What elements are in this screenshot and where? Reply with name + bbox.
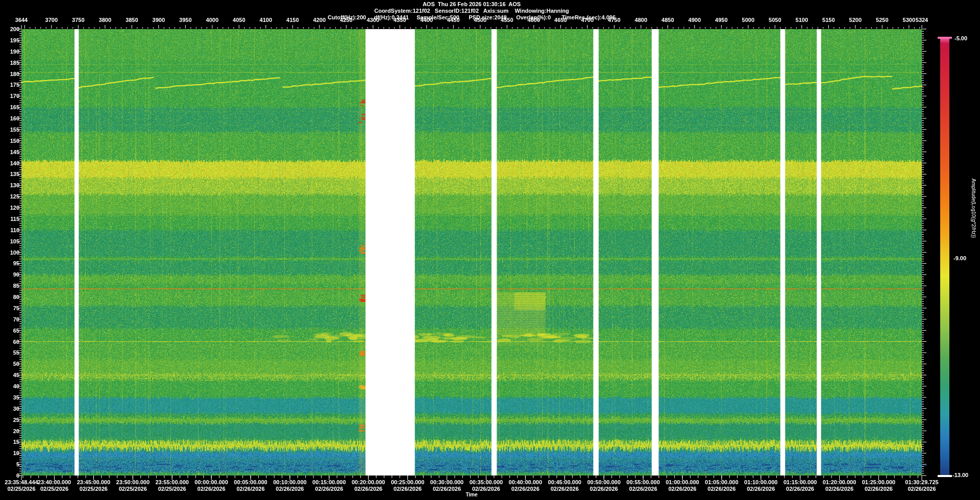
time-tick-clock: 23:50:00.000 (116, 479, 150, 486)
record-tick-label: 3700 (45, 17, 58, 23)
record-tick-label: 5150 (822, 17, 835, 23)
time-tick-clock: 01:05:00.000 (705, 479, 738, 486)
freq-tick-label: 150 (0, 138, 19, 144)
freq-tick-label: 200 (0, 26, 19, 32)
record-tick-label: 4950 (715, 17, 727, 23)
time-tick-label: 00:20:00.00002/26/2026 (352, 479, 385, 492)
freq-tick-label: 110 (0, 227, 19, 233)
record-tick-label: 5050 (769, 17, 781, 23)
freq-tick-label: 50 (0, 361, 19, 367)
time-tick-label: 00:45:00.00002/26/2026 (548, 479, 581, 492)
time-tick-date: 02/25/2026 (77, 486, 110, 492)
time-tick-clock: 00:55:00.000 (626, 479, 659, 486)
freq-tick-label: 115 (0, 216, 19, 222)
record-tick-label: 4700 (581, 17, 594, 23)
freq-tick-label: 145 (0, 149, 19, 155)
time-tick-label: 00:10:00.00002/26/2026 (273, 479, 306, 492)
freq-tick-label: 55 (0, 349, 19, 356)
record-tick-label: 4150 (286, 17, 299, 23)
time-tick-label: 01:10:00.00002/26/2026 (744, 479, 777, 492)
record-tick-label: 4850 (662, 17, 674, 23)
time-tick-clock: 01:10:00.000 (744, 479, 777, 486)
freq-tick-label: 45 (0, 372, 19, 378)
time-tick-clock: 00:40:00.000 (509, 479, 542, 486)
record-tick-label: 4550 (501, 17, 513, 23)
time-tick-label: 23:45:00.00002/25/2026 (77, 479, 110, 492)
colorbar-min-label: -13.00 (952, 472, 968, 478)
record-tick-label: 5000 (742, 17, 754, 23)
time-tick-clock: 00:45:00.000 (548, 479, 581, 486)
time-tick-clock: 00:25:00.000 (391, 479, 424, 486)
time-tick-clock: 00:20:00.000 (352, 479, 385, 486)
freq-tick-label: 120 (0, 205, 19, 211)
freq-tick-label: 135 (0, 171, 19, 177)
time-tick-date: 02/26/2026 (823, 486, 856, 492)
record-tick-label: 4800 (635, 17, 647, 23)
freq-tick-label: 60 (0, 339, 19, 345)
time-tick-date: 02/25/2026 (38, 486, 71, 492)
record-tick-label: 3850 (126, 17, 138, 23)
record-tick-label: 4450 (447, 17, 459, 23)
record-tick-label: 5324 (916, 17, 928, 23)
freq-tick-label: 15 (0, 439, 19, 445)
time-tick-clock: 01:30:29.725 (905, 479, 938, 486)
freq-tick-label: 195 (0, 37, 19, 43)
record-tick-label: 5300 (903, 17, 915, 23)
record-tick-label: 3644 (15, 17, 28, 23)
time-tick-clock: 00:00:00.000 (194, 479, 228, 486)
freq-tick-label: 130 (0, 182, 19, 188)
freq-tick-label: 165 (0, 104, 19, 110)
record-tick-label: 4200 (313, 17, 326, 23)
record-tick-label: 5200 (849, 17, 862, 23)
record-tick-label: 4250 (340, 17, 352, 23)
time-tick-date: 02/25/2026 (155, 486, 188, 492)
time-tick-label: 00:00:00.00002/26/2026 (194, 479, 228, 492)
time-tick-date: 02/26/2026 (312, 486, 346, 492)
time-tick-date: 02/26/2026 (666, 486, 699, 492)
time-tick-label: 23:40:00.00002/25/2026 (38, 479, 71, 492)
freq-tick-label: 175 (0, 82, 19, 88)
time-tick-date: 02/26/2026 (705, 486, 738, 492)
time-tick-label: 00:55:00.00002/26/2026 (626, 479, 659, 492)
time-tick-clock: 00:05:00.000 (234, 479, 267, 486)
colorbar-axis-title: Amplitude(Log10(g^2/Hz)) (971, 179, 976, 238)
time-tick-clock: 00:35:00.000 (470, 479, 503, 486)
time-tick-clock: 00:15:00.000 (312, 479, 346, 486)
time-tick-date: 02/26/2026 (548, 486, 581, 492)
time-tick-clock: 01:00:00.000 (666, 479, 699, 486)
freq-tick-label: 185 (0, 60, 19, 66)
record-tick-label: 4600 (528, 17, 540, 23)
time-tick-label: 01:20:00.00002/26/2026 (823, 479, 856, 492)
time-tick-label: 23:50:00.00002/25/2026 (116, 479, 150, 492)
time-tick-date: 02/26/2026 (587, 486, 620, 492)
header-settings-line: CoordSystem:121f02 SensorID:121f02 Axis:… (0, 8, 943, 14)
record-tick-label: 4050 (233, 17, 245, 23)
freq-tick-label: 65 (0, 328, 19, 334)
time-tick-label: 23:55:00.00002/25/2026 (155, 479, 188, 492)
time-tick-label: 00:35:00.00002/26/2026 (470, 479, 503, 492)
freq-tick-label: 95 (0, 260, 19, 266)
time-tick-label: 00:15:00.00002/26/2026 (312, 479, 346, 492)
freq-tick-label: 160 (0, 115, 19, 121)
freq-tick-label: 70 (0, 316, 19, 322)
record-tick-label: 4500 (474, 17, 486, 23)
time-tick-label: 23:35:48.44402/25/2026 (5, 479, 38, 492)
time-tick-date: 02/26/2026 (905, 486, 938, 492)
time-tick-clock: 23:35:48.444 (5, 479, 38, 486)
x-axis-title: Time (465, 492, 477, 497)
time-tick-clock: 23:45:00.000 (77, 479, 110, 486)
time-tick-label: 01:00:00.00002/26/2026 (666, 479, 699, 492)
time-tick-label: 01:15:00.00002/26/2026 (783, 479, 817, 492)
record-tick-label: 4400 (421, 17, 433, 23)
page-title: AOS Thu 26 Feb 2026 01:30:16 AOS (0, 1, 943, 7)
time-tick-label: 01:25:00.00002/26/2026 (862, 479, 895, 492)
aos-spectrogram-window: AOS Thu 26 Feb 2026 01:30:16 AOS CoordSy… (0, 0, 980, 500)
freq-tick-label: 10 (0, 450, 19, 456)
time-tick-clock: 23:55:00.000 (155, 479, 188, 486)
freq-tick-label: 100 (0, 249, 19, 256)
time-tick-date: 02/26/2026 (509, 486, 542, 492)
freq-tick-label: 20 (0, 428, 19, 434)
freq-tick-label: 35 (0, 394, 19, 401)
time-tick-date: 02/26/2026 (391, 486, 424, 492)
spectrogram-canvas[interactable] (0, 0, 980, 500)
